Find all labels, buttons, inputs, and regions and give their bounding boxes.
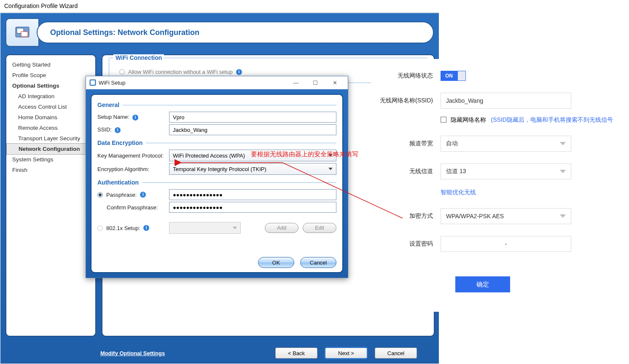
wizard-titlebar: Configuration Profile Wizard	[0, 0, 439, 13]
nav-getting-started[interactable]: Getting Started	[6, 59, 95, 70]
radio-allow-wifi-no-setup[interactable]	[119, 69, 125, 75]
switch-knob	[458, 71, 465, 80]
dialog-cancel-button[interactable]: Cancel	[300, 257, 336, 268]
ssid-input[interactable]	[169, 124, 336, 135]
ok-button[interactable]: OK	[258, 257, 294, 268]
minimize-icon[interactable]: —	[286, 77, 306, 88]
back-button[interactable]: < Back	[275, 348, 317, 359]
router-panel: 无线网络状态 ON 无线网络名称(SSID) 隐藏网络名称 (SSID隐藏后，电…	[371, 59, 629, 312]
nav-acl[interactable]: Access Control List	[6, 102, 95, 112]
edit-button[interactable]: Edit	[303, 223, 336, 233]
smart-optimize-link[interactable]: 智能优化无线	[441, 189, 476, 196]
radio-allow-wifi-no-setup-label: Allow WiFi connection without a WiFi set…	[128, 69, 233, 75]
nav-tls[interactable]: Transport Layer Security	[6, 133, 95, 144]
add-button[interactable]: Add	[265, 223, 298, 233]
router-channel-label: 无线信道	[371, 168, 441, 175]
section-encryption: Data Encryption	[97, 139, 336, 146]
router-ssid-label: 无线网络名称(SSID)	[371, 97, 441, 104]
hide-ssid-hint: (SSID隐藏后，电脑和手机将搜索不到无线信号	[491, 116, 613, 123]
setup-name-input[interactable]	[169, 112, 336, 123]
router-bandwidth-label: 频道带宽	[371, 140, 441, 147]
router-channel-select[interactable]: 信道 13	[441, 163, 571, 179]
nav-finish[interactable]: Finish	[6, 165, 95, 175]
svg-rect-2	[21, 32, 28, 37]
chevron-down-icon	[560, 214, 566, 218]
dialog-titlebar: WiFi Setup — ☐ ✕	[86, 76, 348, 89]
nav-profile-scope[interactable]: Profile Scope	[6, 70, 95, 80]
router-encryption-select[interactable]: WPA/WPA2-PSK AES	[441, 208, 571, 224]
info-icon[interactable]: i	[143, 225, 149, 231]
dialog-icon	[89, 79, 96, 86]
dot1x-label-row: 802.1x Setup: i	[97, 225, 169, 231]
wizard-header-icon	[5, 18, 39, 47]
kmp-label: Key Management Protocol:	[97, 153, 169, 159]
annotation-text: 要根据无线路由器上的安全策略来填写	[251, 150, 358, 158]
maximize-icon[interactable]: ☐	[306, 77, 325, 88]
router-password-input[interactable]: -	[441, 236, 571, 252]
router-ssid-input[interactable]	[441, 93, 571, 109]
alg-label: Encryption Algorithm:	[97, 166, 169, 172]
page-title: Optional Settings: Network Configuration	[50, 28, 199, 37]
chevron-down-icon	[328, 168, 333, 170]
nav-optional-settings[interactable]: Optional Settings	[6, 80, 95, 91]
router-status-label: 无线网络状态	[371, 72, 441, 80]
alg-select[interactable]: Temporal Key Integrity Protocol (TKIP)	[169, 163, 336, 175]
dot1x-select	[169, 222, 241, 234]
section-auth: Authentication	[97, 179, 336, 186]
chevron-down-icon	[233, 227, 237, 229]
wifi-setup-dialog: WiFi Setup — ☐ ✕ General Setup Name: i S…	[86, 76, 348, 278]
ssid-label: SSID: i	[97, 126, 169, 133]
radio-dot1x[interactable]	[97, 225, 103, 231]
close-icon[interactable]: ✕	[325, 77, 344, 88]
chevron-down-icon	[560, 170, 566, 173]
nav-system-settings[interactable]: System Settings	[6, 154, 95, 165]
wizard-sidebar: Getting Started Profile Scope Optional S…	[5, 54, 96, 337]
dialog-body: General Setup Name: i SSID: i Data Encry…	[86, 89, 348, 278]
router-encryption-label: 加密方式	[371, 212, 441, 220]
dialog-panel: General Setup Name: i SSID: i Data Encry…	[91, 94, 343, 273]
confirm-label: Confirm Passphrase:	[97, 204, 169, 211]
setup-name-label: Setup Name: i	[97, 114, 169, 120]
router-bandwidth-select[interactable]: 自动	[441, 136, 571, 152]
wizard-header-pill: Optional Settings: Network Configuration	[37, 21, 434, 43]
wizard-footer: Modify Optional Settings < Back Next > C…	[5, 343, 434, 364]
router-confirm-button[interactable]: 确定	[455, 276, 510, 292]
next-button[interactable]: Next >	[325, 348, 367, 359]
router-status-switch[interactable]: ON	[441, 71, 466, 81]
passphrase-input[interactable]	[169, 189, 336, 200]
nav-remote-access[interactable]: Remote Access	[6, 123, 95, 133]
nav-network-config[interactable]: Network Configuration	[6, 143, 95, 155]
chevron-down-icon	[560, 142, 566, 145]
info-icon[interactable]: i	[115, 127, 121, 133]
router-hide-ssid-row: 隐藏网络名称 (SSID隐藏后，电脑和手机将搜索不到无线信号	[441, 116, 613, 124]
nav-ad-integration[interactable]: AD Integration	[6, 91, 95, 102]
wizard-header: Optional Settings: Network Configuration	[5, 18, 434, 47]
modify-optional-settings-link[interactable]: Modify Optional Settings	[100, 350, 165, 356]
confirm-passphrase-input[interactable]	[169, 202, 336, 213]
nav-home-domains[interactable]: Home Domains	[6, 112, 95, 123]
info-icon[interactable]: i	[236, 69, 242, 75]
radio-passphrase[interactable]	[97, 192, 103, 198]
router-password-label: 设置密码	[371, 240, 441, 248]
svg-rect-4	[91, 80, 95, 85]
wifi-connection-group: WiFi Connection	[113, 54, 164, 61]
cancel-button[interactable]: Cancel	[375, 348, 417, 359]
info-icon[interactable]: i	[140, 192, 146, 198]
dialog-title-text: WiFi Setup	[99, 80, 126, 86]
hide-ssid-checkbox[interactable]	[441, 117, 446, 123]
info-icon[interactable]: i	[132, 115, 138, 120]
section-general: General	[97, 102, 336, 108]
passphrase-label-row: Passphrase: i	[97, 192, 169, 198]
